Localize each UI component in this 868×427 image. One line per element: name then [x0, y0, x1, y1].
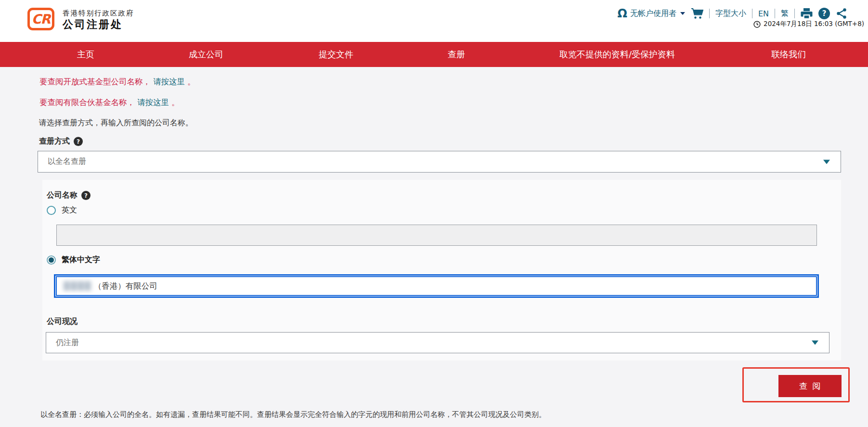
nav-item-incorporate[interactable]: 成立公司 [189, 42, 223, 67]
notice-ofc-text: 要查阅开放式基金型公司名称， [39, 77, 151, 86]
user-menu-label: 无帐户使用者 [630, 9, 676, 19]
cr-logo-text: CR [32, 12, 51, 27]
divider [752, 9, 752, 18]
notice-ofc-link[interactable]: 请按这里 [153, 77, 185, 86]
notice-lpf-link[interactable]: 请按这里 [137, 98, 169, 107]
divider [794, 9, 795, 18]
print-button[interactable] [801, 8, 813, 19]
company-name-chinese-value: ████ （香港）有限公司 [56, 276, 817, 296]
font-size-button[interactable]: 字型大小 [715, 9, 746, 19]
user-icon: Ω [618, 8, 627, 19]
company-status-label-row: 公司现况 [47, 317, 78, 327]
nav-item-home[interactable]: 主页 [77, 42, 94, 67]
cart-icon [691, 8, 703, 19]
company-name-english-input[interactable] [56, 225, 817, 246]
nav-item-contact[interactable]: 联络我们 [771, 42, 806, 67]
dropdown-caret-icon [823, 160, 830, 164]
cart-button[interactable] [691, 8, 703, 19]
search-mode-label-row: 查册方式 ? [39, 136, 83, 147]
share-button[interactable] [836, 8, 847, 19]
cr-logo[interactable]: CR [27, 8, 54, 30]
company-name-label: 公司名称 [47, 190, 78, 200]
divider [775, 9, 775, 18]
company-name-chinese-input[interactable]: ████ （香港）有限公司 [54, 274, 819, 298]
print-icon [801, 8, 813, 19]
notice-lpf-text: 要查阅有限合伙基金名称， [39, 98, 135, 107]
help-icon: ? [77, 138, 80, 145]
company-status-selected-value: 仍注册 [46, 338, 79, 348]
radio-traditional-chinese-circle-icon [47, 255, 56, 265]
company-status-select[interactable]: 仍注册 [46, 332, 829, 353]
search-mode-selected-value: 以全名查册 [38, 157, 86, 167]
header-toolbar: Ω 无帐户使用者 字型大小 EN 繁 [618, 6, 847, 21]
notice-lpf: 要查阅有限合伙基金名称， 请按这里 。 [39, 97, 180, 108]
nav-item-protected-info[interactable]: 取览不提供的资料/受保护资料 [559, 42, 675, 67]
company-name-help-button[interactable]: ? [81, 191, 91, 200]
search-mode-label: 查册方式 [39, 136, 70, 147]
main-nav: 主页 成立公司 提交文件 查册 取览不提供的资料/受保护资料 联络我们 [0, 42, 868, 67]
radio-english-circle-icon [47, 206, 56, 215]
gov-title: 香港特别行政区政府 [63, 9, 134, 18]
help-icon: ? [822, 9, 827, 18]
notice-ofc-suffix: 。 [188, 77, 196, 86]
dept-title: 公司注册处 [63, 17, 123, 32]
header-datetime: 2024年7月18日 16:03 (GMT+8) [753, 20, 864, 28]
nav-item-filing[interactable]: 提交文件 [319, 42, 353, 67]
company-status-label: 公司现况 [47, 317, 78, 327]
dropdown-caret-icon [812, 341, 818, 345]
search-submit-button[interactable]: 查阅 [778, 375, 842, 397]
radio-english[interactable]: 英文 [47, 205, 77, 215]
lang-traditional-button[interactable]: 繁 [781, 9, 789, 19]
notice-lpf-suffix: 。 [172, 98, 180, 107]
visible-company-name: （香港）有限公司 [94, 281, 157, 292]
radio-english-label: 英文 [62, 205, 77, 215]
header: CR 香港特别行政区政府 公司注册处 Ω 无帐户使用者 字型大小 EN [0, 0, 868, 42]
radio-selected-dot [49, 257, 54, 263]
user-menu[interactable]: Ω 无帐户使用者 [618, 8, 685, 19]
search-mode-help-button[interactable]: ? [74, 137, 83, 146]
search-mode-select[interactable]: 以全名查册 [38, 151, 841, 173]
nav-item-search[interactable]: 查册 [448, 42, 465, 67]
share-icon [836, 8, 847, 19]
redacted-company-name: ████ [64, 281, 92, 291]
divider [709, 9, 710, 18]
footnote-text: 以全名查册：必须输入公司的全名。如有遗漏，查册结果可能不同。查册结果会显示完全符… [40, 410, 546, 419]
datetime-text: 2024年7月18日 16:03 (GMT+8) [764, 20, 864, 28]
clock-icon [753, 21, 761, 28]
radio-traditional-chinese[interactable]: 繁体中文字 [47, 255, 100, 265]
help-icon: ? [84, 192, 88, 199]
instruction-text: 请选择查册方式，再输入所查阅的公司名称。 [39, 118, 193, 128]
radio-traditional-chinese-label: 繁体中文字 [62, 255, 100, 265]
notice-ofc: 要查阅开放式基金型公司名称， 请按这里 。 [39, 77, 195, 87]
page: CR 香港特别行政区政府 公司注册处 Ω 无帐户使用者 字型大小 EN [0, 0, 868, 427]
company-name-label-row: 公司名称 ? [47, 190, 91, 200]
help-button[interactable]: ? [818, 8, 830, 19]
lang-en-button[interactable]: EN [758, 9, 769, 18]
chevron-down-icon [680, 12, 685, 15]
